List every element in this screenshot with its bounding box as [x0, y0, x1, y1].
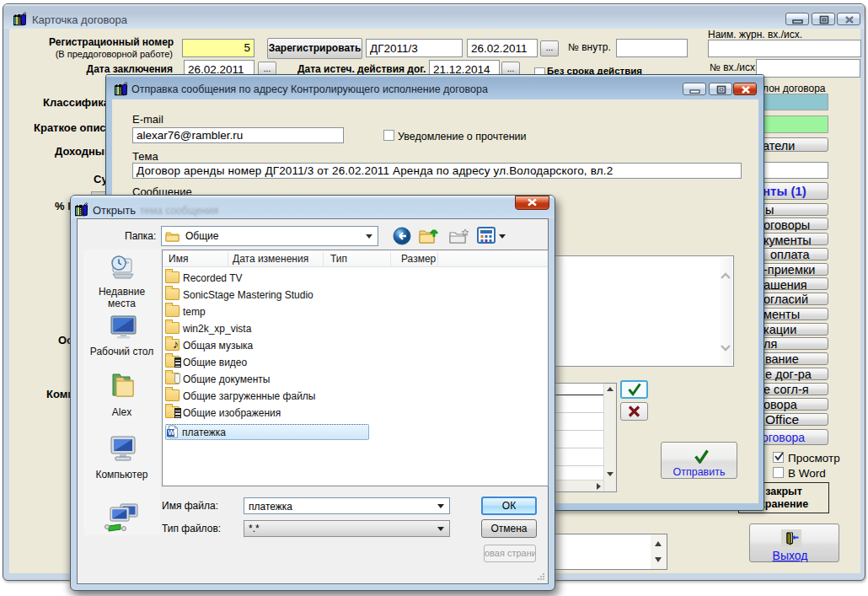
svg-text:W: W	[168, 428, 175, 437]
